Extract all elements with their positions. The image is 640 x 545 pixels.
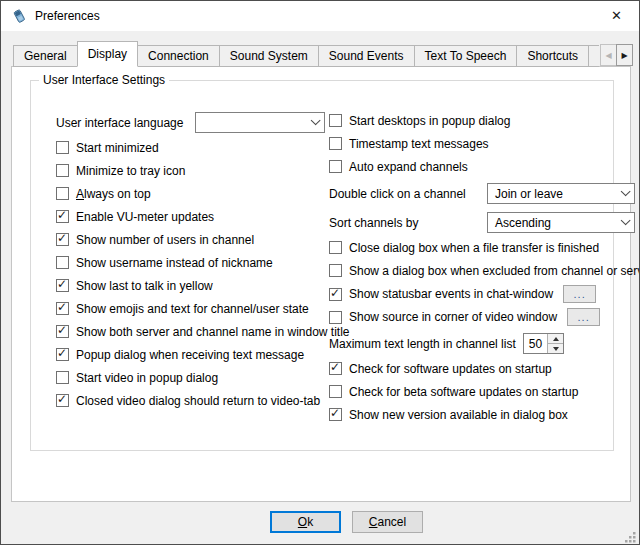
row-start-video-in-popup-dialog: ✓Start video in popup dialog xyxy=(56,369,328,386)
browse-button-show-source-in-corner-of-video-window[interactable]: ... xyxy=(567,308,600,326)
resize-grip-icon[interactable] xyxy=(624,529,636,541)
checkmark-icon: ✓ xyxy=(330,360,340,374)
checkbox-show-both-server-and-channel-name-in-window-title[interactable]: ✓ xyxy=(56,325,69,338)
titlebar: Preferences ✕ xyxy=(1,1,639,31)
label-minimize-to-tray-icon: Minimize to tray icon xyxy=(76,164,185,178)
label-show-emojis-and-text-for-channel-user-state: Show emojis and text for channel/user st… xyxy=(76,302,309,316)
preferences-dialog: Preferences ✕ GeneralDisplayConnectionSo… xyxy=(0,0,640,545)
tab-sound-events[interactable]: Sound Events xyxy=(318,45,415,67)
checkbox-start-video-in-popup-dialog[interactable]: ✓ xyxy=(56,371,69,384)
label-show-username-instead-of-nickname: Show username instead of nickname xyxy=(76,256,273,270)
row-close-dialog-box-when-a-file-transfer-is-finished: ✓Close dialog box when a file transfer i… xyxy=(329,239,635,256)
checkmark-icon: ✓ xyxy=(57,323,67,337)
checkbox-start-minimized[interactable]: ✓ xyxy=(56,141,69,154)
label-start-video-in-popup-dialog: Start video in popup dialog xyxy=(76,371,218,385)
checkbox-show-emojis-and-text-for-channel-user-state[interactable]: ✓ xyxy=(56,302,69,315)
checkmark-icon: ✓ xyxy=(57,231,67,245)
checkbox-close-dialog-box-when-a-file-transfer-is-finished[interactable]: ✓ xyxy=(329,241,342,254)
spinbox-maximum-text-length-in-channel-list[interactable]: 50 xyxy=(523,333,564,354)
checkbox-enable-vu-meter-updates[interactable]: ✓ xyxy=(56,210,69,223)
label-check-for-software-updates-on-startup: Check for software updates on startup xyxy=(349,362,552,376)
cancel-button[interactable]: Cancel xyxy=(352,511,423,533)
row-show-statusbar-events-in-chat-window: ✓Show statusbar events in chat-window... xyxy=(329,285,635,303)
tab-sound-system[interactable]: Sound System xyxy=(219,45,319,67)
checkbox-closed-video-dialog-should-return-to-video-tab[interactable]: ✓ xyxy=(56,394,69,407)
checkbox-minimize-to-tray-icon[interactable]: ✓ xyxy=(56,164,69,177)
row-show-new-version-available-in-dialog-box: ✓Show new version available in dialog bo… xyxy=(329,406,635,423)
checkbox-check-for-beta-software-updates-on-startup[interactable]: ✓ xyxy=(329,385,342,398)
row-closed-video-dialog-should-return-to-video-tab: ✓Closed video dialog should return to vi… xyxy=(56,392,328,409)
row-minimize-to-tray-icon: ✓Minimize to tray icon xyxy=(56,162,328,179)
tab-scroll-left-icon[interactable]: ◀ xyxy=(600,44,617,66)
tab-scroll-buttons: ◀ ▶ xyxy=(601,44,633,66)
dropdown-value: Ascending xyxy=(495,216,551,230)
checkbox-show-statusbar-events-in-chat-window[interactable]: ✓ xyxy=(329,288,342,301)
row-show-both-server-and-channel-name-in-window-title: ✓Show both server and channel name in wi… xyxy=(56,323,328,340)
tab-scroll-right-icon[interactable]: ▶ xyxy=(616,44,633,66)
checkmark-icon: ✓ xyxy=(57,277,67,291)
left-column: User interface language✓Start minimized✓… xyxy=(56,110,328,415)
spinbox-value[interactable]: 50 xyxy=(524,334,547,353)
row-user-interface-language: User interface language xyxy=(56,112,328,133)
label-double-click-on-a-channel: Double click on a channel xyxy=(329,187,466,201)
dropdown-double-click-on-a-channel[interactable]: Join or leave xyxy=(487,183,635,204)
tab-text-to-speech[interactable]: Text To Speech xyxy=(414,45,518,67)
checkbox-show-new-version-available-in-dialog-box[interactable]: ✓ xyxy=(329,408,342,421)
row-maximum-text-length-in-channel-list: Maximum text length in channel list50 xyxy=(329,333,635,354)
row-show-last-to-talk-in-yellow: ✓Show last to talk in yellow xyxy=(56,277,328,294)
label-check-for-beta-software-updates-on-startup: Check for beta software updates on start… xyxy=(349,385,578,399)
close-icon[interactable]: ✕ xyxy=(594,1,639,30)
label-show-new-version-available-in-dialog-box: Show new version available in dialog box xyxy=(349,408,568,422)
tab-bar: GeneralDisplayConnectionSound SystemSoun… xyxy=(13,41,599,67)
row-auto-expand-channels: ✓Auto expand channels xyxy=(329,158,635,175)
checkmark-icon: ✓ xyxy=(57,208,67,222)
tab-video[interactable]: Video xyxy=(588,45,599,67)
label-enable-vu-meter-updates: Enable VU-meter updates xyxy=(76,210,214,224)
ok-button[interactable]: Ok xyxy=(270,511,341,533)
checkmark-icon: ✓ xyxy=(330,406,340,420)
groupbox-user-interface-settings: User Interface Settings User interface l… xyxy=(30,80,614,451)
tab-page-display: User Interface Settings User interface l… xyxy=(11,66,631,502)
label-user-interface-language: User interface language xyxy=(56,116,183,130)
row-start-minimized: ✓Start minimized xyxy=(56,139,328,156)
checkbox-show-a-dialog-box-when-excluded-from-channel-or-server[interactable]: ✓ xyxy=(329,264,342,277)
dropdown-sort-channels-by[interactable]: Ascending xyxy=(487,212,635,233)
checkbox-start-desktops-in-popup-dialog[interactable]: ✓ xyxy=(329,114,342,127)
row-sort-channels-by: Sort channels byAscending xyxy=(329,212,635,233)
checkbox-popup-dialog-when-receiving-text-message[interactable]: ✓ xyxy=(56,348,69,361)
checkbox-timestamp-text-messages[interactable]: ✓ xyxy=(329,137,342,150)
dropdown-user-interface-language[interactable] xyxy=(195,112,325,133)
checkbox-show-number-of-users-in-channel[interactable]: ✓ xyxy=(56,233,69,246)
row-show-username-instead-of-nickname: ✓Show username instead of nickname xyxy=(56,254,328,271)
spin-down-icon[interactable] xyxy=(548,343,563,353)
checkmark-icon: ✓ xyxy=(57,346,67,360)
checkbox-show-source-in-corner-of-video-window[interactable]: ✓ xyxy=(329,311,342,324)
row-check-for-beta-software-updates-on-startup: ✓Check for beta software updates on star… xyxy=(329,383,635,400)
row-timestamp-text-messages: ✓Timestamp text messages xyxy=(329,135,635,152)
label-close-dialog-box-when-a-file-transfer-is-finished: Close dialog box when a file transfer is… xyxy=(349,241,599,255)
label-popup-dialog-when-receiving-text-message: Popup dialog when receiving text message xyxy=(76,348,304,362)
browse-button-show-statusbar-events-in-chat-window[interactable]: ... xyxy=(563,285,596,303)
checkmark-icon: ✓ xyxy=(330,286,340,300)
row-popup-dialog-when-receiving-text-message: ✓Popup dialog when receiving text messag… xyxy=(56,346,328,363)
checkbox-auto-expand-channels[interactable]: ✓ xyxy=(329,160,342,173)
tab-display[interactable]: Display xyxy=(77,41,138,67)
label-show-source-in-corner-of-video-window: Show source in corner of video window xyxy=(349,310,557,324)
checkbox-show-last-to-talk-in-yellow[interactable]: ✓ xyxy=(56,279,69,292)
label-always-on-top: Always on top xyxy=(76,187,151,201)
checkbox-check-for-software-updates-on-startup[interactable]: ✓ xyxy=(329,362,342,375)
row-double-click-on-a-channel: Double click on a channelJoin or leave xyxy=(329,183,635,204)
row-show-number-of-users-in-channel: ✓Show number of users in channel xyxy=(56,231,328,248)
tab-general[interactable]: General xyxy=(13,45,78,67)
row-enable-vu-meter-updates: ✓Enable VU-meter updates xyxy=(56,208,328,225)
tab-shortcuts[interactable]: Shortcuts xyxy=(516,45,589,67)
groupbox-title: User Interface Settings xyxy=(39,73,169,87)
app-icon xyxy=(11,8,27,24)
checkbox-show-username-instead-of-nickname[interactable]: ✓ xyxy=(56,256,69,269)
tab-connection[interactable]: Connection xyxy=(137,45,220,67)
label-start-minimized: Start minimized xyxy=(76,141,159,155)
spin-up-icon[interactable] xyxy=(548,334,563,343)
checkbox-always-on-top[interactable]: ✓ xyxy=(56,187,69,200)
row-show-a-dialog-box-when-excluded-from-channel-or-server: ✓Show a dialog box when excluded from ch… xyxy=(329,262,635,279)
chevron-down-icon xyxy=(621,186,631,196)
